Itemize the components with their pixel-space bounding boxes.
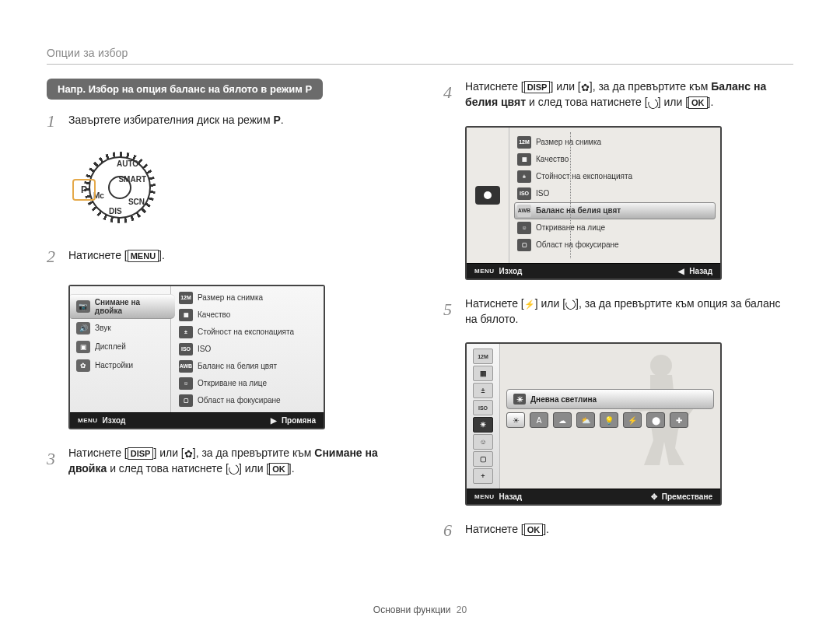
- mode-dial-p-highlight: P: [72, 179, 96, 201]
- sidebar-tab: ✿Настройки: [70, 356, 170, 375]
- step-number: 1: [47, 109, 61, 134]
- wb-option-6: ⚡: [623, 412, 642, 428]
- tab-icon: ▣: [76, 341, 90, 353]
- vstrip-chip: ISO: [473, 400, 493, 415]
- menu-row: ▢Област на фокусиране: [514, 236, 716, 254]
- step3-t4: и след това натиснете [: [107, 462, 229, 475]
- step-2-body: Натиснете [MENU].: [68, 247, 389, 263]
- vstrip-chip: ±: [473, 383, 493, 398]
- mode-dial: AUTO SMART SCN DIS Mc P: [68, 148, 162, 233]
- step2-t1: Натиснете [: [68, 249, 128, 261]
- step3-t6: ].: [289, 462, 295, 475]
- ok-button-label: OK: [269, 463, 289, 475]
- tab-label: Звук: [95, 324, 111, 332]
- flower-icon: [184, 449, 193, 459]
- step-number: 5: [443, 297, 457, 322]
- step-1-body: Завъртете избирателния диск на режим P.: [68, 112, 389, 128]
- sun-icon: ☀: [513, 394, 526, 405]
- footer-section: Основни функции: [373, 604, 451, 615]
- step6-t1: Натиснете [: [465, 523, 524, 535]
- wb-selected-label: Дневна светлина: [530, 395, 597, 404]
- page-footer: Основни функции 20: [0, 604, 840, 615]
- svg-point-0: [650, 355, 672, 377]
- page-header-title: Опции за избор: [47, 47, 793, 65]
- wb-option-row: ☀ A ☁ ⛅ 💡 ⚡ ⬤ ✚: [506, 412, 714, 428]
- wb-selected-row: ☀ Дневна светлина: [506, 389, 714, 409]
- footer-exit-text: Изход: [103, 416, 126, 425]
- step5-t1: Натиснете [: [465, 297, 524, 310]
- menu-row: ±Стойност на експонацията: [514, 168, 716, 185]
- step-4-body: Натиснете [DISP] или [], за да превъртит…: [465, 79, 786, 110]
- menu-row-icon: 12M: [179, 292, 193, 304]
- dial-auto-label: AUTO: [117, 159, 138, 168]
- ok-button-label: OK: [524, 524, 544, 536]
- dial-smart-label: SMART: [118, 175, 146, 184]
- menu-row: ▦Качество: [514, 151, 716, 168]
- menu-row-label: Стойност на експонацията: [536, 172, 632, 180]
- footer-move-text: Преместване: [662, 492, 712, 501]
- step-number: 4: [443, 80, 457, 105]
- menu-row-icon: ISO: [179, 343, 193, 356]
- wb-option-4: ⛅: [576, 412, 595, 428]
- disp-button-label: DISP: [128, 447, 154, 460]
- menu-row-label: Баланс на белия цвят: [536, 206, 621, 215]
- footer-right-glyph: ▶: [271, 416, 277, 425]
- screen-menu-a: 📷Снимане на двойка🔊Звук▣Дисплей✿Настройк…: [68, 285, 325, 429]
- menu-row-icon: AWB: [179, 360, 193, 373]
- menu-button-label: MENU: [128, 250, 159, 262]
- vstrip-chip: +: [473, 468, 493, 484]
- vstrip-chip: 12M: [473, 349, 493, 364]
- step-3: 3 Натиснете [DISP] или [], за да превърт…: [47, 445, 389, 477]
- tab-label: Снимане на двойка: [95, 298, 169, 315]
- menu-row: 12MРазмер на снимка: [176, 289, 319, 306]
- footer-back-text: Назад: [499, 492, 523, 501]
- footer-menu-label: MENU: [474, 493, 495, 500]
- menu-row-icon: 12M: [517, 136, 531, 149]
- menu-row-icon: ▦: [517, 153, 531, 166]
- step4-t5: ] или [: [658, 96, 688, 108]
- step-5: 5 Натиснете [] или [], за да превъртите …: [443, 296, 786, 328]
- step1-tail: .: [281, 114, 284, 126]
- sidebar-tab: 📷Снимане на двойка: [70, 294, 175, 319]
- step4-t2: ] или [: [550, 80, 580, 93]
- step-number: 6: [443, 518, 457, 543]
- step-4: 4 Натиснете [DISP] или [], за да превърт…: [443, 79, 786, 110]
- menu-row-label: ISO: [536, 189, 549, 198]
- footer-menu-label: MENU: [474, 268, 495, 275]
- step4-t6: ].: [708, 96, 714, 108]
- menu-row-label: Област на фокусиране: [198, 396, 281, 405]
- camera-icon: [475, 186, 500, 205]
- menu-row-icon: ▢: [179, 394, 193, 407]
- menu-row: ☺Откриване на лице: [514, 219, 716, 236]
- step-3-body: Натиснете [DISP] или [], за да превъртит…: [68, 445, 389, 477]
- menu-row-icon: ☺: [517, 222, 531, 234]
- menu-row-label: Баланс на белия цвят: [198, 362, 277, 370]
- mode-dial-inner: AUTO SMART SCN DIS Mc: [89, 156, 151, 219]
- wb-option-3: ☁: [553, 412, 572, 428]
- step4-t3: ], за да превъртите към: [590, 80, 712, 93]
- step-number: 2: [47, 244, 61, 269]
- step-number: 3: [47, 447, 61, 471]
- screenB-footer-left: MENU Назад: [474, 492, 522, 501]
- vstrip-chip: ▦: [473, 366, 493, 381]
- step-6-body: Натиснете [OK].: [465, 521, 786, 537]
- menu-row: ISOISO: [514, 185, 716, 202]
- wb-option-5: 💡: [600, 412, 618, 428]
- vstrip-chip: ☀: [473, 417, 493, 433]
- footer-change-text: Промяна: [282, 416, 316, 425]
- ok-button-label: OK: [688, 96, 708, 109]
- tab-icon: 📷: [76, 300, 90, 313]
- menu-row: ▦Качество: [176, 306, 319, 324]
- footer-exit-text: Изход: [499, 267, 523, 275]
- menu-row-icon: ▢: [517, 239, 531, 251]
- menu-row-label: Стойност на експонацията: [198, 328, 294, 336]
- tab-label: Дисплей: [95, 342, 126, 351]
- tab-label: Настройки: [95, 361, 133, 370]
- screenB-footer-right: ✥ Преместване: [651, 492, 712, 501]
- menu-row-icon: ISO: [517, 187, 531, 200]
- dial-scn-label: SCN: [128, 198, 145, 206]
- menu-row-label: Област на фокусиране: [536, 240, 619, 249]
- tab-icon: ✿: [76, 359, 90, 372]
- step4-t4: и след това натиснете [: [526, 96, 648, 108]
- menu-row-label: Размер на снимка: [198, 293, 263, 302]
